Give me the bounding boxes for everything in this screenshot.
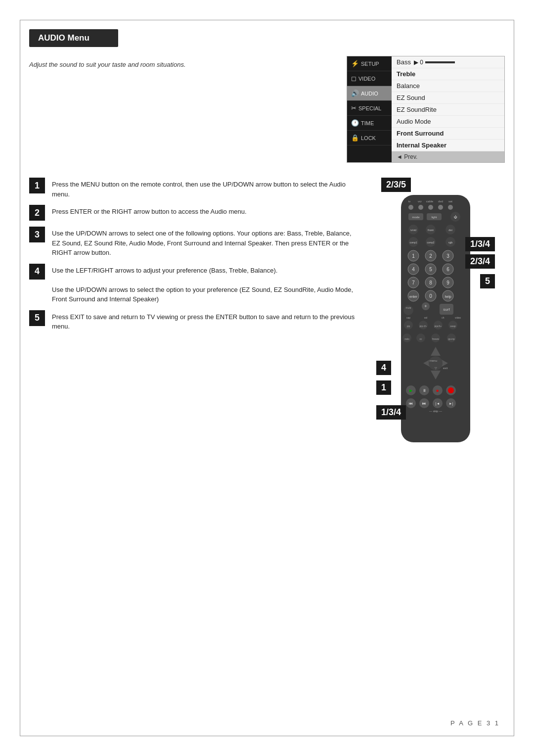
svg-point-3 [428, 205, 433, 210]
video-icon: ◻ [351, 75, 356, 82]
svg-text:vcr: vcr [418, 200, 422, 203]
svg-text:ratio: ratio [404, 337, 409, 340]
menu-item-treble: Treble [392, 68, 504, 80]
step-1-text: Press the MENU button on the remote cont… [52, 178, 356, 199]
page-number: P A G E 3 1 [450, 719, 500, 727]
step-badge-4: 4 [376, 361, 391, 375]
sidebar-item-setup: ⚡ SETUP [347, 56, 392, 71]
step-5-text: Press EXIT to save and return to TV view… [52, 310, 356, 331]
time-icon: 🕐 [351, 119, 359, 127]
svg-text:front: front [428, 229, 434, 232]
svg-text:■: ■ [437, 388, 439, 393]
steps-list: 1 Press the MENU button on the remote co… [29, 178, 356, 452]
step-badge-234: 2/3/4 [465, 254, 495, 269]
remote-svg: tv vcr cable dvd sat mode light ⏻ [396, 192, 475, 450]
svg-text:cable: cable [426, 200, 434, 203]
svg-text:— skip —: — skip — [429, 410, 442, 413]
step-badge-235: 2/3/5 [381, 178, 411, 192]
svg-text:2: 2 [429, 253, 432, 259]
menu-footer: ◄ Prev. [392, 151, 504, 162]
svg-text:6: 6 [446, 267, 449, 272]
step-2-row: 2 Press ENTER or the RIGHT arrow button … [29, 205, 356, 221]
step-2-number: 2 [29, 205, 45, 221]
svg-text:cc: cc [420, 337, 423, 340]
svg-text:▽: ▽ [435, 367, 437, 370]
menu-item-front-surround: Front Surround [392, 128, 504, 140]
svg-point-1 [408, 205, 413, 210]
svg-text:exit: exit [443, 367, 448, 370]
menu-item-balance: Balance [392, 80, 504, 92]
svg-text:light: light [431, 216, 437, 219]
sidebar-item-audio: 🔊 AUDIO [347, 86, 392, 101]
step-4-row: 4 Use the LEFT/RIGHT arrows to adjust yo… [29, 264, 356, 304]
svg-text:help: help [445, 295, 451, 299]
svg-text:surf: surf [443, 307, 450, 312]
sidebar-item-video: ◻ VIDEO [347, 71, 392, 86]
svg-text:mode: mode [412, 216, 420, 219]
svg-text:5: 5 [429, 267, 432, 272]
sidebar-item-special: ✂ SPECIAL [347, 101, 392, 116]
svg-text:⏮: ⏮ [409, 401, 413, 406]
menu-item-audio-mode: Audio Mode [392, 116, 504, 128]
menu-ui: ⚡ SETUP ◻ VIDEO 🔊 AUDIO ✂ SPECIAL 🕐 [347, 56, 505, 163]
svg-text:comp2: comp2 [427, 241, 434, 244]
menu-item-internal-speaker: Internal Speaker [392, 140, 504, 151]
svg-text:swap: swap [450, 325, 456, 328]
svg-text:1: 1 [412, 253, 415, 259]
svg-text:4: 4 [412, 267, 415, 272]
lock-icon: 🔒 [351, 134, 359, 142]
step-1-row: 1 Press the MENU button on the remote co… [29, 178, 356, 199]
sidebar-item-lock: 🔒 LOCK [347, 131, 392, 145]
svg-text:sat: sat [448, 200, 452, 203]
svg-point-4 [438, 205, 443, 210]
step-5-number: 5 [29, 310, 45, 326]
svg-point-94 [448, 387, 454, 393]
svg-text:+: + [424, 304, 427, 309]
svg-text:ch: ch [442, 316, 445, 319]
svg-text:7: 7 [412, 280, 415, 285]
special-icon: ✂ [351, 104, 356, 112]
svg-text:menu: menu [430, 359, 437, 362]
step-badge-134-left: 1/3/4 [376, 405, 406, 420]
svg-text:0: 0 [429, 293, 432, 299]
svg-text:▶: ▶ [409, 388, 413, 393]
menu-sidebar: ⚡ SETUP ◻ VIDEO 🔊 AUDIO ✂ SPECIAL 🕐 [347, 56, 392, 162]
step-badge-134-right: 1/3/4 [465, 237, 495, 251]
svg-text:tv: tv [408, 200, 411, 203]
menu-item-ez-soundrite: EZ SoundRite [392, 104, 504, 116]
top-section: Adjust the sound to suit your taste and … [29, 56, 505, 163]
svg-text:3: 3 [446, 253, 449, 259]
svg-point-2 [418, 205, 423, 210]
menu-item-bass: Bass ▶ 0 [392, 56, 504, 68]
svg-point-5 [448, 205, 453, 210]
svg-text:enter: enter [409, 295, 418, 298]
remote-area: 2/3/5 tv vcr cabl [366, 178, 505, 452]
step-4-number: 4 [29, 264, 45, 280]
svg-text:rgb: rgb [448, 241, 453, 244]
svg-text:sap: sap [406, 316, 410, 319]
svg-text:pipch+: pipch+ [435, 325, 442, 328]
svg-text:pip: pip [407, 325, 410, 328]
svg-text:8: 8 [429, 280, 432, 285]
svg-text:dvd: dvd [438, 200, 443, 203]
step-5-row: 5 Press EXIT to save and return to TV vi… [29, 310, 356, 331]
step-badge-5: 5 [480, 274, 495, 288]
svg-text:|◄: |◄ [436, 402, 440, 406]
step-3-row: 3 Use the UP/DOWN arrows to select one o… [29, 227, 356, 258]
setup-icon: ⚡ [351, 60, 359, 67]
menu-content: Bass ▶ 0 Treble Balance EZ Sound EZ Soun… [392, 56, 504, 162]
svg-text:►|: ►| [449, 402, 453, 406]
svg-text:comp1: comp1 [409, 241, 417, 244]
svg-text:pip ch-: pip ch- [419, 325, 427, 328]
step-3-number: 3 [29, 227, 45, 242]
svg-text:dvi: dvi [448, 229, 452, 232]
step-1-number: 1 [29, 178, 45, 193]
page-border: AUDIO Menu Adjust the sound to suit your… [20, 20, 514, 736]
svg-text:9: 9 [446, 280, 449, 285]
svg-text:⏻: ⏻ [454, 215, 457, 219]
svg-text:mute: mute [405, 306, 411, 309]
svg-text:tv/vid: tv/vid [410, 229, 416, 232]
step-3-text: Use the UP/DOWN arrows to select one of … [52, 227, 356, 258]
svg-text:vol: vol [424, 316, 427, 319]
page-subtitle: Adjust the sound to suit your taste and … [29, 56, 332, 163]
